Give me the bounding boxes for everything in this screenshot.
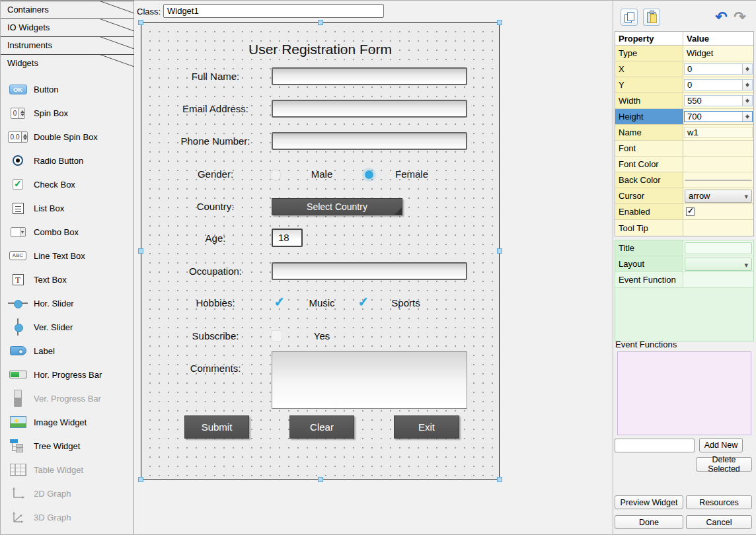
property-row-back-color[interactable]: Back Color bbox=[615, 172, 753, 188]
email-label[interactable]: Email Address: bbox=[163, 103, 268, 115]
full-name-label[interactable]: Full Name: bbox=[163, 71, 268, 83]
y-spinbox[interactable]: 0 bbox=[684, 79, 753, 90]
spinner-arrows-icon[interactable] bbox=[742, 80, 752, 90]
sidebar-item-line-text-box[interactable]: ABC Line Text Box bbox=[5, 244, 132, 268]
sidebar-item-button[interactable]: OK Button bbox=[5, 77, 132, 101]
resize-handle-top-left[interactable] bbox=[138, 20, 143, 25]
section-containers[interactable]: Containers bbox=[1, 1, 134, 18]
undo-button[interactable] bbox=[712, 9, 730, 26]
property-row-font-color[interactable]: Font Color bbox=[615, 157, 753, 172]
property-row-title[interactable]: Title bbox=[615, 240, 753, 256]
tool-tip-value[interactable] bbox=[683, 220, 753, 236]
sidebar-item-label[interactable]: Label bbox=[5, 339, 132, 363]
phone-label[interactable]: Phone Number: bbox=[163, 135, 268, 147]
name-input[interactable]: w1 bbox=[684, 127, 753, 138]
property-row-enabled[interactable]: Enabled bbox=[615, 204, 753, 220]
phone-input[interactable] bbox=[272, 132, 467, 150]
redo-button[interactable] bbox=[731, 9, 749, 26]
spinner-arrows-icon[interactable] bbox=[742, 112, 752, 122]
country-label[interactable]: Country: bbox=[163, 201, 268, 213]
copy-button[interactable] bbox=[621, 9, 638, 26]
sidebar-item-tree-widget[interactable]: Tree Widget bbox=[5, 434, 132, 458]
cancel-button[interactable]: Cancel bbox=[686, 515, 752, 529]
class-name-input[interactable] bbox=[163, 4, 384, 18]
property-row-name[interactable]: Name w1 bbox=[615, 125, 753, 141]
font-value[interactable] bbox=[683, 141, 753, 156]
male-radio[interactable] bbox=[270, 169, 282, 181]
title-input[interactable] bbox=[685, 242, 752, 254]
width-spinbox[interactable]: 550 bbox=[684, 95, 753, 106]
male-option-label[interactable]: Male bbox=[299, 168, 345, 180]
sidebar-item-double-spin-box[interactable]: 0.0 Double Spin Box bbox=[5, 125, 132, 149]
design-canvas[interactable]: User Registration Form Full Name: Email … bbox=[141, 22, 500, 480]
email-input[interactable] bbox=[272, 100, 467, 118]
subscribe-checkbox[interactable] bbox=[271, 330, 282, 341]
property-row-tool-tip[interactable]: Tool Tip bbox=[615, 220, 753, 236]
resize-handle-top-right[interactable] bbox=[497, 20, 502, 25]
property-row-type[interactable]: Type Widget bbox=[615, 46, 753, 61]
sidebar-item-radio-button[interactable]: Radio Button bbox=[5, 149, 132, 172]
hobbies-label[interactable]: Hobbies: bbox=[163, 297, 268, 309]
enabled-checkbox[interactable] bbox=[686, 207, 695, 216]
resize-handle-bottom-middle[interactable] bbox=[318, 477, 323, 482]
height-spinbox[interactable]: 700 bbox=[684, 111, 753, 122]
sidebar-item-text-box[interactable]: T Text Box bbox=[5, 268, 132, 291]
age-label[interactable]: Age: bbox=[163, 232, 268, 244]
property-row-cursor[interactable]: Cursor arrow bbox=[615, 188, 753, 204]
age-input[interactable]: 18 bbox=[272, 229, 303, 247]
occupation-label[interactable]: Occupation: bbox=[163, 266, 268, 277]
form-title[interactable]: User Registration Form bbox=[141, 42, 499, 57]
sidebar-item-check-box[interactable]: Check Box bbox=[5, 172, 132, 196]
sidebar-item-list-box[interactable]: List Box bbox=[5, 196, 132, 220]
event-function-value[interactable] bbox=[683, 272, 753, 287]
resize-handle-top-middle[interactable] bbox=[318, 20, 323, 25]
female-radio[interactable] bbox=[365, 170, 373, 179]
gender-label[interactable]: Gender: bbox=[163, 168, 268, 180]
comments-label[interactable]: Comments: bbox=[163, 363, 268, 374]
sports-option-label[interactable]: Sports bbox=[383, 297, 429, 309]
spinner-arrows-icon[interactable] bbox=[742, 96, 752, 106]
subscribe-option-label[interactable]: Yes bbox=[299, 330, 345, 342]
paste-button[interactable] bbox=[643, 9, 660, 26]
comments-textarea[interactable] bbox=[272, 351, 467, 409]
female-option-label[interactable]: Female bbox=[389, 168, 435, 180]
done-button[interactable]: Done bbox=[615, 515, 683, 529]
back-color-button[interactable] bbox=[685, 180, 752, 181]
music-checkbox[interactable] bbox=[273, 295, 286, 308]
section-widgets[interactable]: Widgets bbox=[1, 54, 134, 72]
resources-button[interactable]: Resources bbox=[686, 495, 752, 509]
delete-selected-button[interactable]: Delete Selected bbox=[696, 457, 752, 472]
property-row-x[interactable]: X 0 bbox=[615, 61, 753, 77]
resize-handle-middle-right[interactable] bbox=[497, 248, 502, 254]
section-instruments[interactable]: Instruments bbox=[1, 36, 134, 54]
resize-handle-middle-left[interactable] bbox=[138, 248, 143, 254]
event-functions-listbox[interactable] bbox=[617, 351, 751, 435]
event-function-name-input[interactable] bbox=[615, 439, 695, 452]
sidebar-item-hor-slider[interactable]: Hor. Slider bbox=[5, 291, 132, 315]
submit-button[interactable]: Submit bbox=[184, 415, 249, 439]
cursor-dropdown[interactable]: arrow bbox=[685, 190, 752, 203]
spinner-arrows-icon[interactable] bbox=[742, 64, 752, 74]
property-row-event-function[interactable]: Event Function bbox=[615, 272, 753, 288]
preview-widget-button[interactable]: Preview Widget bbox=[615, 495, 683, 509]
sidebar-item-image-widget[interactable]: Image Widget bbox=[5, 410, 132, 434]
resize-handle-bottom-left[interactable] bbox=[138, 477, 143, 482]
clear-button[interactable]: Clear bbox=[289, 415, 354, 439]
occupation-input[interactable] bbox=[272, 262, 467, 280]
subscribe-label[interactable]: Subscribe: bbox=[163, 330, 268, 342]
select-country-button[interactable]: Select Country bbox=[272, 198, 402, 215]
sidebar-item-hor-progress-bar[interactable]: Hor. Progress Bar bbox=[5, 363, 132, 386]
property-row-layout[interactable]: Layout bbox=[615, 256, 753, 272]
exit-button[interactable]: Exit bbox=[394, 415, 459, 439]
add-new-button[interactable]: Add New bbox=[699, 438, 743, 452]
sports-checkbox[interactable] bbox=[357, 295, 370, 308]
full-name-input[interactable] bbox=[272, 67, 467, 85]
music-option-label[interactable]: Music bbox=[299, 297, 345, 309]
sidebar-item-combo-box[interactable]: Combo Box bbox=[5, 220, 132, 244]
property-row-width[interactable]: Width 550 bbox=[615, 93, 753, 109]
property-row-height[interactable]: Height 700 bbox=[615, 109, 753, 125]
font-color-value[interactable] bbox=[683, 157, 753, 172]
sidebar-item-spin-box[interactable]: 0 Spin Box bbox=[5, 101, 132, 125]
resize-handle-bottom-right[interactable] bbox=[497, 477, 502, 482]
property-row-font[interactable]: Font bbox=[615, 141, 753, 157]
